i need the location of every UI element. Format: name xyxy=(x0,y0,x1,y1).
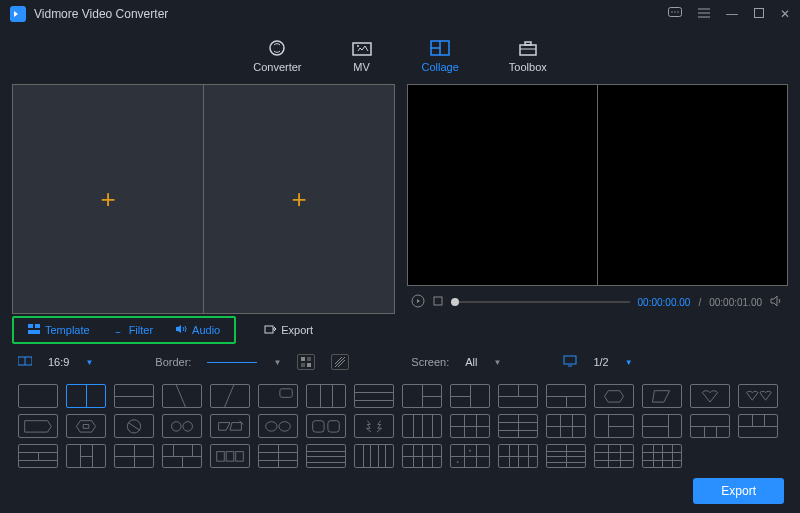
svg-rect-25 xyxy=(301,357,305,361)
template-item[interactable] xyxy=(546,414,586,438)
template-item[interactable] xyxy=(402,384,442,408)
template-item[interactable] xyxy=(66,384,106,408)
tab-label: Export xyxy=(281,324,313,336)
chevron-down-icon: ▼ xyxy=(625,358,633,367)
template-item[interactable] xyxy=(354,444,394,468)
svg-point-41 xyxy=(183,422,192,431)
template-item[interactable] xyxy=(402,444,442,468)
minimize-button[interactable]: ― xyxy=(726,7,738,21)
play-button[interactable] xyxy=(411,294,425,311)
template-item[interactable] xyxy=(66,414,106,438)
chevron-down-icon: ▼ xyxy=(494,358,502,367)
template-item[interactable] xyxy=(450,414,490,438)
chevron-down-icon: ▼ xyxy=(85,358,93,367)
template-item[interactable] xyxy=(114,414,154,438)
template-item[interactable] xyxy=(258,384,298,408)
template-item[interactable] xyxy=(18,444,58,468)
svg-rect-14 xyxy=(520,45,536,55)
export-button[interactable]: Export xyxy=(693,478,784,504)
collage-slot-2[interactable]: + xyxy=(204,85,394,313)
template-item[interactable] xyxy=(642,384,682,408)
tab-export[interactable]: Export xyxy=(254,322,323,338)
border-label: Border: xyxy=(155,356,191,368)
svg-rect-20 xyxy=(35,324,40,328)
template-item[interactable] xyxy=(354,384,394,408)
template-item[interactable] xyxy=(450,384,490,408)
template-item[interactable] xyxy=(162,444,202,468)
template-item[interactable] xyxy=(402,414,442,438)
template-item[interactable] xyxy=(738,384,778,408)
border-style-select[interactable] xyxy=(207,362,257,363)
template-item[interactable] xyxy=(450,444,490,468)
border-hatch-toggle[interactable] xyxy=(331,354,349,370)
tab-template[interactable]: Template xyxy=(18,322,100,338)
template-item[interactable] xyxy=(498,384,538,408)
template-item[interactable] xyxy=(114,444,154,468)
template-item[interactable] xyxy=(306,384,346,408)
template-item[interactable] xyxy=(162,384,202,408)
nav-toolbox[interactable]: Toolbox xyxy=(509,39,547,73)
template-item[interactable] xyxy=(738,414,778,438)
template-item[interactable] xyxy=(690,414,730,438)
aspect-ratio-select[interactable]: 16:9 xyxy=(48,356,69,368)
template-item[interactable] xyxy=(210,414,250,438)
template-item[interactable] xyxy=(642,444,682,468)
nav-label: Converter xyxy=(253,61,301,73)
svg-rect-18 xyxy=(434,297,442,305)
template-item[interactable] xyxy=(642,414,682,438)
svg-marker-37 xyxy=(604,391,623,402)
template-item[interactable] xyxy=(498,414,538,438)
display-icon[interactable] xyxy=(563,355,577,369)
filter-icon xyxy=(112,324,124,336)
template-item[interactable] xyxy=(114,384,154,408)
screen-select[interactable]: All xyxy=(465,356,477,368)
border-color-picker[interactable] xyxy=(297,354,315,370)
svg-rect-26 xyxy=(307,357,311,361)
template-item[interactable] xyxy=(306,444,346,468)
template-item[interactable] xyxy=(546,444,586,468)
template-item[interactable] xyxy=(162,414,202,438)
app-logo-icon xyxy=(10,6,26,22)
timeline-slider[interactable] xyxy=(451,301,630,303)
template-item[interactable] xyxy=(18,384,58,408)
tab-audio[interactable]: Audio xyxy=(165,322,230,338)
template-item[interactable] xyxy=(306,414,346,438)
toolbox-icon xyxy=(518,39,538,57)
nav-converter[interactable]: Converter xyxy=(253,39,301,73)
collage-slot-1[interactable]: + xyxy=(13,85,204,313)
template-item[interactable] xyxy=(594,384,634,408)
template-item[interactable] xyxy=(18,414,58,438)
maximize-button[interactable] xyxy=(754,7,764,21)
nav-collage[interactable]: Collage xyxy=(422,39,459,73)
svg-point-40 xyxy=(172,422,181,431)
menu-icon[interactable] xyxy=(698,7,710,21)
svg-rect-15 xyxy=(525,42,531,45)
tab-label: Filter xyxy=(129,324,153,336)
ratio-icon[interactable] xyxy=(18,355,32,369)
svg-rect-48 xyxy=(236,452,244,461)
preview-frame xyxy=(407,84,788,286)
volume-icon[interactable] xyxy=(770,295,784,310)
template-item[interactable] xyxy=(594,414,634,438)
stop-button[interactable] xyxy=(433,295,443,309)
svg-line-34 xyxy=(176,385,185,408)
template-item[interactable] xyxy=(498,444,538,468)
template-item[interactable] xyxy=(354,414,394,438)
template-item[interactable] xyxy=(258,414,298,438)
template-item[interactable] xyxy=(594,444,634,468)
template-item[interactable] xyxy=(210,384,250,408)
template-item[interactable] xyxy=(546,384,586,408)
close-button[interactable]: ✕ xyxy=(780,7,790,21)
svg-rect-19 xyxy=(28,324,33,328)
template-item[interactable] xyxy=(210,444,250,468)
nav-mv[interactable]: MV xyxy=(352,39,372,73)
feedback-icon[interactable] xyxy=(668,7,682,22)
svg-rect-22 xyxy=(265,326,273,333)
nav-label: MV xyxy=(353,61,370,73)
template-item[interactable] xyxy=(258,444,298,468)
template-item[interactable] xyxy=(690,384,730,408)
nav-label: Toolbox xyxy=(509,61,547,73)
tab-filter[interactable]: Filter xyxy=(102,322,163,338)
template-item[interactable] xyxy=(66,444,106,468)
collage-option-tabs: Template Filter Audio xyxy=(12,316,236,344)
